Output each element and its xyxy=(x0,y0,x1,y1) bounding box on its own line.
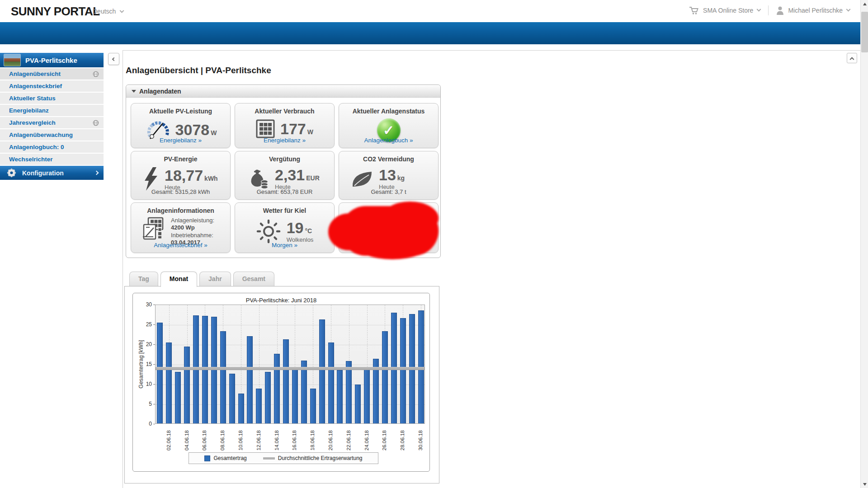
y-tick-label: 15 xyxy=(134,361,152,367)
tab-tag[interactable]: Tag xyxy=(129,272,158,286)
tile-co2: CO2 Vermeidung 13kg Heute Gesamt: 3,7 t xyxy=(339,151,439,200)
bar-day-12 xyxy=(256,389,262,423)
legend-line-swatch xyxy=(263,457,275,460)
tab-jahr[interactable]: Jahr xyxy=(199,272,231,286)
store-menu[interactable]: SMA Online Store xyxy=(703,7,753,14)
bar-day-8 xyxy=(220,331,226,423)
period-tabs: TagMonatJahrGesamt xyxy=(129,272,274,287)
page-scrollbar[interactable] xyxy=(860,0,868,488)
sidebar-item-jahresvergleich[interactable]: Jahresvergleich xyxy=(0,117,104,128)
x-tick-label: 30.06.18 xyxy=(418,430,423,450)
x-tick-label: 16.06.18 xyxy=(292,430,297,450)
sidebar-item-energiebilanz[interactable]: Energiebilanz xyxy=(0,105,104,116)
plant-info-icon xyxy=(143,217,164,240)
bar-day-26 xyxy=(382,331,388,423)
anlagenlogbuch-link[interactable]: Anlagenlogbuch » xyxy=(364,137,413,144)
banner-bar xyxy=(0,22,868,44)
total-value: Gesamt: 653,78 EUR xyxy=(235,188,334,195)
chevron-down-icon xyxy=(120,9,124,13)
bar-day-13 xyxy=(265,372,271,423)
bar-day-19 xyxy=(319,319,325,423)
legend-bar-swatch xyxy=(204,455,210,461)
bar-day-15 xyxy=(283,339,289,423)
x-tick-label: 04.06.18 xyxy=(184,430,189,450)
total-value: Gesamt: 3,7 t xyxy=(339,188,438,195)
scroll-top-button[interactable] xyxy=(847,53,857,63)
chevron-down-icon xyxy=(757,7,761,11)
y-tick-mark xyxy=(153,305,155,305)
sidebar-item-label: Anlagenübersicht xyxy=(9,70,93,77)
sidebar-item-anlagenübersicht[interactable]: Anlagenübersicht xyxy=(0,68,104,80)
sidebar-item-label: Wechselrichter xyxy=(9,156,99,163)
energiebilanz-link[interactable]: Energiebilanz » xyxy=(264,137,306,144)
plant-name: PVA-Perlitschke xyxy=(25,56,77,64)
sidebar-item-wechselrichter[interactable]: Wechselrichter xyxy=(0,154,104,165)
collapse-sidebar-button[interactable] xyxy=(108,53,119,65)
x-tick-label: 10.06.18 xyxy=(238,430,243,450)
redaction-blob xyxy=(328,202,439,259)
scrollbar-up-arrow[interactable] xyxy=(861,0,868,8)
morgen-link[interactable]: Morgen » xyxy=(272,242,297,249)
sidebar-item-anlagenüberwachung[interactable]: Anlagenüberwachung xyxy=(0,129,104,141)
bar-day-22 xyxy=(346,361,352,423)
x-tick-label: 24.06.18 xyxy=(364,430,369,450)
y-tick-mark xyxy=(153,404,155,404)
y-tick-mark xyxy=(153,384,155,385)
globe-icon xyxy=(93,71,99,77)
chevron-right-icon xyxy=(94,171,99,175)
chart-title: PVA-Perlitschke: Juni 2018 xyxy=(133,297,429,304)
y-tick-label: 20 xyxy=(134,341,152,347)
tab-monat[interactable]: Monat xyxy=(160,272,197,287)
bar-day-17 xyxy=(301,361,307,423)
gear-icon xyxy=(6,168,17,178)
average-expectation-line xyxy=(156,367,425,370)
sidebar-item-label: Energiebilanz xyxy=(9,107,99,114)
scrollbar-down-arrow[interactable] xyxy=(861,480,868,488)
sun-icon xyxy=(256,219,281,244)
divider xyxy=(768,5,769,15)
sidebar-item-konfiguration[interactable]: Konfiguration xyxy=(0,166,104,180)
panel-header[interactable]: Anlagendaten xyxy=(126,85,440,98)
tile-plant-info: Anlageninformationen Anlage xyxy=(131,202,231,253)
sidebar-item-anlagensteckbrief[interactable]: Anlagensteckbrief xyxy=(0,80,104,92)
anlagensteckbrief-link[interactable]: Anlagensteckbrief » xyxy=(154,242,208,249)
lightning-icon xyxy=(143,167,159,191)
leaf-icon xyxy=(351,169,373,188)
tile-pv-power: Aktuelle PV-Leistung 3078W Energiebilanz… xyxy=(131,103,231,148)
sidebar-item-aktueller-status[interactable]: Aktueller Status xyxy=(0,93,104,104)
globe-icon xyxy=(93,120,99,126)
x-tick-label: 14.06.18 xyxy=(274,430,279,450)
sidebar-item-label: Anlagenlogbuch: 0 xyxy=(9,144,99,150)
chevron-down-icon xyxy=(846,7,851,11)
y-tick-label: 5 xyxy=(134,401,152,407)
y-tick-label: 30 xyxy=(134,301,152,308)
tile-pv-energy: PV-Energie 18,77kWh Heute Gesamt: 5315,2… xyxy=(131,151,231,200)
tab-gesamt[interactable]: Gesamt xyxy=(233,272,274,286)
tile-status: Aktueller Anlagenstatus ✓ Anlagenlogbuch… xyxy=(339,103,439,148)
x-tick-label: 08.06.18 xyxy=(220,430,225,450)
energiebilanz-link[interactable]: Energiebilanz » xyxy=(160,137,202,144)
plant-thumbnail xyxy=(4,54,21,66)
cart-icon xyxy=(689,6,699,15)
total-value: Gesamt: 5315,28 kWh xyxy=(131,188,230,195)
language-select[interactable]: Deutsch xyxy=(93,8,123,15)
plant-header[interactable]: PVA-Perlitschke xyxy=(0,53,104,68)
bar-day-21 xyxy=(337,370,343,423)
chevron-left-icon xyxy=(112,57,115,61)
sunny-portal-logo: SUNNY PORTAL xyxy=(11,5,100,19)
user-menu[interactable]: Michael Perlitschke xyxy=(788,7,843,14)
sidebar-nav: AnlagenübersichtAnlagensteckbriefAktuell… xyxy=(0,68,104,165)
bar-day-1 xyxy=(157,323,163,423)
x-tick-label: 02.06.18 xyxy=(166,430,171,450)
sidebar-item-anlagenlogbuch-0[interactable]: Anlagenlogbuch: 0 xyxy=(0,141,104,153)
x-tick-label: 22.06.18 xyxy=(346,430,351,450)
bar-day-28 xyxy=(400,318,406,423)
bar-day-30 xyxy=(418,310,424,423)
top-bar: SUNNY PORTAL Deutsch SMA Online Store Mi… xyxy=(0,0,868,22)
chevron-up-icon xyxy=(850,57,854,61)
tile-consumption: Aktueller Verbrauch 177W Energiebilanz » xyxy=(235,103,335,148)
bar-day-18 xyxy=(310,389,316,423)
x-tick-label: 12.06.18 xyxy=(256,430,261,450)
bar-day-14 xyxy=(274,354,280,423)
scrollbar-thumb[interactable] xyxy=(861,12,868,52)
